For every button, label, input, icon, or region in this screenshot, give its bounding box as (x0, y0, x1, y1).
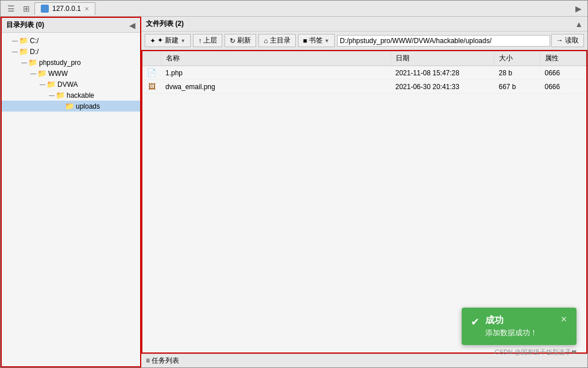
left-panel-collapse-btn[interactable]: ◀ (129, 21, 136, 30)
file-table-header: 名称 日期 大小 属性 (142, 51, 586, 66)
new-btn[interactable]: ✦ ✦ 新建 ▼ (145, 34, 191, 47)
tree-label-dvwa: DVWA (57, 80, 78, 89)
file-size-2: 667 b (494, 80, 540, 94)
success-toast: ✔ 成功 添加数据成功！ ✕ (462, 308, 577, 345)
right-panel-title: 文件列表 (2) (146, 19, 184, 29)
tab-bar: ☰ ⊞ 127.0.0.1 ✕ (4, 2, 571, 15)
file-tree: — 📁 C:/ — 📁 D:/ — 📁 phpstudy (2, 33, 140, 366)
tree-label-d: D:/ (30, 48, 38, 56)
file-attr-2: 0666 (540, 80, 586, 94)
bookmark-btn[interactable]: ■ 书签 ▼ (298, 34, 335, 47)
toast-content: 成功 添加数据成功！ (485, 315, 555, 338)
tree-item-c[interactable]: — 📁 C:/ (2, 35, 140, 46)
folder-icon-d: 📁 (19, 47, 28, 56)
toast-title: 成功 (485, 315, 555, 327)
tree-label-phpstudy: phpstudy_pro (39, 59, 81, 67)
home-icon: ⌂ (264, 37, 268, 45)
expand-icon-dvwa: — (38, 81, 47, 87)
new-label: ✦ 新建 (157, 36, 179, 45)
col-icon (142, 51, 161, 66)
path-input[interactable] (337, 35, 550, 47)
toast-message: 添加数据成功！ (485, 328, 555, 338)
table-row[interactable]: 📄 1.php 2021-11-08 15:47:28 28 b 0666 (142, 66, 586, 80)
file-name-2: dvwa_email.png (161, 80, 391, 94)
home-btn[interactable]: ⌂ 主目录 (258, 34, 295, 47)
bookmark-icon: ■ (303, 37, 307, 45)
taskbar-label: ≡ 任务列表 (146, 356, 179, 366)
folder-icon-hackable: 📁 (56, 91, 65, 99)
folder-icon-c: 📁 (19, 36, 28, 45)
watermark: CSDN @国家级干饭型选手❤ (495, 348, 577, 356)
tree-item-dvwa[interactable]: — 📁 DVWA (2, 79, 140, 90)
path-container: → 读取 (337, 34, 584, 47)
tab-close-btn[interactable]: ✕ (84, 6, 89, 12)
up-btn[interactable]: ↑ 上层 (193, 34, 222, 47)
folder-icon-phpstudy: 📁 (28, 58, 37, 67)
folder-icon-dvwa: 📁 (47, 80, 56, 89)
up-icon: ↑ (198, 37, 202, 45)
file-size-1: 28 b (494, 66, 540, 80)
tree-label-c: C:/ (30, 37, 38, 45)
left-panel-title: 目录列表 (0) (6, 20, 44, 30)
table-row[interactable]: 🖼 dvwa_email.png 2021-06-30 20:41:33 667… (142, 80, 586, 94)
right-panel-header: 文件列表 (2) ▲ (141, 17, 587, 32)
tree-item-d[interactable]: — 📁 D:/ (2, 46, 140, 57)
file-table: 名称 日期 大小 属性 📄 1.php 2021-11-08 15:4 (142, 51, 586, 94)
new-dropdown-arrow: ▼ (180, 38, 185, 44)
file-icon-cell-1: 📄 (142, 66, 161, 80)
file-attr-1: 0666 (540, 66, 586, 80)
refresh-label: 刷新 (237, 36, 251, 45)
folder-icon-www: 📁 (37, 69, 47, 78)
php-file-icon: 📄 (147, 68, 156, 77)
toast-close-btn[interactable]: ✕ (560, 315, 567, 324)
file-toolbar: ✦ ✦ 新建 ▼ ↑ 上层 ↻ 刷新 ⌂ 主目录 ■ 书 (141, 32, 587, 50)
expand-icon-hackable: — (48, 92, 56, 98)
file-name-1: 1.php (161, 66, 391, 80)
tree-item-hackable[interactable]: — 📁 hackable (2, 90, 140, 101)
new-tab-btn[interactable]: ☰ (4, 2, 18, 15)
col-size[interactable]: 大小 (494, 51, 540, 66)
tab-favicon (41, 5, 49, 13)
check-icon: ✔ (471, 316, 479, 328)
tab-title: 127.0.0.1 (52, 5, 81, 13)
titlebar: ☰ ⊞ 127.0.0.1 ✕ ▶ (1, 1, 587, 17)
left-panel: 目录列表 (0) ◀ — 📁 C:/ — 📁 D:/ (1, 17, 141, 367)
go-btn[interactable]: → 读取 (551, 34, 584, 47)
tree-label-uploads: uploads (76, 102, 100, 110)
expand-icon-d: — (11, 48, 19, 55)
tree-item-www[interactable]: — 📁 WWW (2, 68, 140, 79)
file-date-1: 2021-11-08 15:47:28 (391, 66, 494, 80)
folder-icon-uploads: 📁 (65, 102, 74, 110)
new-icon: ✦ (150, 37, 156, 45)
refresh-icon: ↻ (230, 37, 235, 45)
right-panel-collapse-btn[interactable]: ▲ (575, 20, 583, 29)
tree-item-uploads[interactable]: 📁 uploads (2, 101, 140, 112)
file-table-body: 📄 1.php 2021-11-08 15:47:28 28 b 0666 🖼 … (142, 66, 586, 94)
expand-icon-phpstudy: — (20, 59, 28, 66)
tab-main[interactable]: 127.0.0.1 ✕ (34, 2, 95, 15)
home-label: 主目录 (270, 36, 291, 45)
bookmark-label: 书签 (309, 36, 323, 45)
expand-icon-www: — (29, 70, 37, 76)
left-panel-header: 目录列表 (0) ◀ (2, 18, 140, 33)
tree-label-hackable: hackable (67, 91, 94, 99)
expand-icon-c: — (11, 37, 19, 44)
up-label: 上层 (203, 36, 217, 45)
refresh-btn[interactable]: ↻ 刷新 (225, 34, 256, 47)
file-date-2: 2021-06-30 20:41:33 (391, 80, 494, 94)
col-attr[interactable]: 属性 (540, 51, 586, 66)
image-file-icon: 🖼 (148, 82, 156, 91)
grid-icon: ⊞ (20, 2, 33, 15)
tree-label-www: WWW (48, 70, 68, 78)
tree-item-phpstudy[interactable]: — 📁 phpstudy_pro (2, 57, 140, 68)
go-label: → 读取 (556, 36, 579, 44)
file-icon-cell-2: 🖼 (142, 80, 161, 94)
window-scroll-right[interactable]: ▶ (573, 4, 584, 13)
col-name[interactable]: 名称 (161, 51, 391, 66)
bookmark-dropdown-arrow: ▼ (324, 38, 330, 44)
col-date[interactable]: 日期 (391, 51, 494, 66)
